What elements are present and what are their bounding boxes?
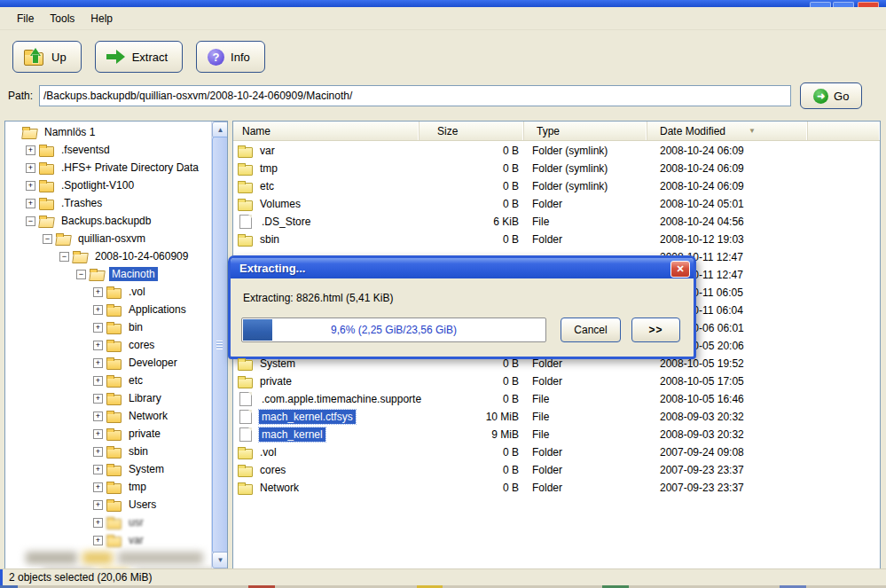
tree-item-label[interactable]: .HFS+ Private Directory Data [59, 161, 201, 175]
path-input[interactable] [39, 85, 791, 106]
dialog-close-icon[interactable] [670, 261, 690, 278]
scrollbar-thumb[interactable] [212, 137, 228, 553]
tree-expander-minus-icon[interactable] [26, 216, 35, 226]
tree-item[interactable]: .fseventsd [5, 141, 212, 159]
column-header-type[interactable]: Type [524, 122, 647, 140]
file-name[interactable]: .com.apple.timemachine.supporte [259, 392, 424, 406]
tree-expander-plus-icon[interactable] [26, 199, 35, 208]
file-name[interactable] [257, 345, 263, 347]
tree-item-label[interactable]: .Trashes [59, 196, 105, 210]
tree-item-label[interactable]: usr [126, 515, 146, 529]
tree-item[interactable]: .HFS+ Private Directory Data [5, 159, 212, 176]
tree-expander-plus-icon[interactable] [93, 341, 103, 350]
table-row[interactable]: cores0 BFolder2007-09-23 23:37 [233, 461, 880, 479]
tree-item[interactable]: .Spotlight-V100 [5, 176, 212, 194]
file-name[interactable]: Volumes [257, 197, 303, 211]
file-name[interactable] [257, 327, 263, 329]
tree-item[interactable]: sbin [5, 443, 212, 460]
file-name[interactable]: etc [257, 179, 277, 193]
file-name[interactable]: .vol [257, 445, 279, 459]
file-name[interactable]: Network [257, 481, 302, 495]
tree-item-label[interactable]: .fseventsd [59, 143, 113, 157]
tree-item-label[interactable]: cores [126, 338, 157, 352]
file-name[interactable]: mach_kernel [259, 427, 325, 442]
tree-item[interactable]: tmp [5, 478, 212, 496]
table-row[interactable]: Volumes0 BFolder2008-10-24 05:01 [233, 195, 880, 213]
tree-item[interactable]: usr [5, 514, 212, 531]
tree-expander-plus-icon[interactable] [93, 429, 103, 439]
file-name[interactable]: var [257, 144, 278, 158]
tree-expander-plus-icon[interactable] [93, 500, 103, 510]
table-row[interactable]: etc0 BFolder (symlink)2008-10-24 06:09 [233, 177, 880, 195]
tree-expander-plus-icon[interactable] [93, 376, 103, 386]
tree-expander-plus-icon[interactable] [93, 518, 103, 528]
tree-item-label[interactable]: System [126, 462, 167, 476]
file-name[interactable]: private [257, 374, 294, 388]
tree-item-label[interactable]: Namnlös 1 [42, 125, 98, 139]
up-button[interactable]: Up [12, 41, 82, 73]
tree-expander-plus-icon[interactable] [93, 447, 103, 457]
go-button[interactable]: Go [800, 82, 862, 109]
tree-item-label[interactable]: Library [126, 391, 164, 405]
tree-item-label[interactable]: var [126, 533, 146, 547]
tree-expander-plus-icon[interactable] [26, 163, 35, 173]
table-row[interactable]: Network0 BFolder2007-09-23 23:37 [233, 479, 880, 497]
column-header-size[interactable]: Size [419, 122, 524, 140]
tree-item-label[interactable]: etc [126, 373, 145, 388]
scroll-down-arrow-icon[interactable] [212, 552, 228, 568]
tree-item[interactable]: var [5, 531, 212, 549]
file-name[interactable] [257, 256, 263, 258]
table-row[interactable]: sbin0 BFolder2008-10-12 19:03 [233, 231, 880, 248]
tree-item-label[interactable]: bin [126, 320, 145, 334]
tree-item[interactable]: etc [5, 372, 212, 389]
cancel-button[interactable]: Cancel [561, 318, 621, 342]
skip-button[interactable]: >> [631, 318, 680, 342]
tree-expander-plus-icon[interactable] [26, 145, 35, 155]
tree-expander-plus-icon[interactable] [93, 287, 103, 297]
file-name[interactable]: System [257, 357, 298, 371]
file-name[interactable] [257, 292, 263, 294]
table-row[interactable]: var0 BFolder (symlink)2008-10-24 06:09 [233, 142, 880, 160]
tree-item[interactable]: Macinoth [5, 265, 212, 283]
tree-item[interactable]: quillian-osxvm [5, 230, 212, 247]
tree-item-label[interactable]: Applications [126, 302, 189, 317]
tree-item[interactable]: 2008-10-24-060909 [5, 247, 212, 265]
info-button[interactable]: Info [196, 41, 265, 73]
table-row[interactable]: .vol0 BFolder2007-09-24 09:08 [233, 443, 880, 461]
tree-item[interactable]: private [5, 425, 212, 443]
tree-expander-plus-icon[interactable] [93, 465, 103, 474]
tree-item-label[interactable]: private [126, 427, 163, 441]
file-name[interactable]: .DS_Store [259, 215, 313, 229]
tree-item-label[interactable]: Macinoth [109, 267, 158, 281]
tree-item[interactable]: Namnlös 1 [5, 123, 212, 141]
tree-expander-plus-icon[interactable] [93, 482, 103, 492]
tree-expander-plus-icon[interactable] [93, 358, 103, 368]
tree-item[interactable]: .vol [5, 283, 212, 301]
menu-file[interactable]: File [9, 10, 42, 27]
tree-expander-minus-icon[interactable] [76, 270, 86, 279]
table-row[interactable]: mach_kernel9 MiBFile2008-09-03 20:32 [233, 426, 880, 443]
tree-expander-plus-icon[interactable] [93, 323, 103, 333]
tree-item-label[interactable]: Backups.backupdb [59, 214, 153, 228]
tree-expander-minus-icon[interactable] [59, 252, 69, 262]
tree-item-label[interactable]: .Spotlight-V100 [59, 178, 137, 192]
menu-help[interactable]: Help [82, 10, 121, 27]
tree-item-label[interactable]: quillian-osxvm [75, 231, 148, 246]
tree-item-label[interactable]: sbin [126, 444, 151, 459]
table-row[interactable]: .DS_Store6 KiBFile2008-10-24 04:56 [233, 213, 880, 231]
tree-item-label[interactable]: Network [126, 409, 170, 423]
tree-item[interactable]: Users [5, 496, 212, 514]
column-header-date-modified[interactable]: Date Modified [647, 122, 808, 140]
tree-item[interactable]: Developer [5, 354, 212, 372]
tree-item[interactable]: bin [5, 318, 212, 336]
tree-item[interactable]: cores [5, 336, 212, 354]
tree-expander-minus-icon[interactable] [43, 234, 52, 244]
tree-expander-plus-icon[interactable] [93, 536, 103, 545]
tree-item[interactable]: Backups.backupdb [5, 212, 212, 230]
extract-button[interactable]: Extract [95, 41, 183, 73]
file-name[interactable]: sbin [257, 232, 282, 247]
file-name[interactable]: mach_kernel.ctfsys [259, 410, 356, 424]
tree-item-label[interactable]: tmp [126, 480, 149, 494]
file-name[interactable]: tmp [257, 161, 280, 176]
tree-item-label[interactable]: 2008-10-24-060909 [92, 249, 191, 263]
